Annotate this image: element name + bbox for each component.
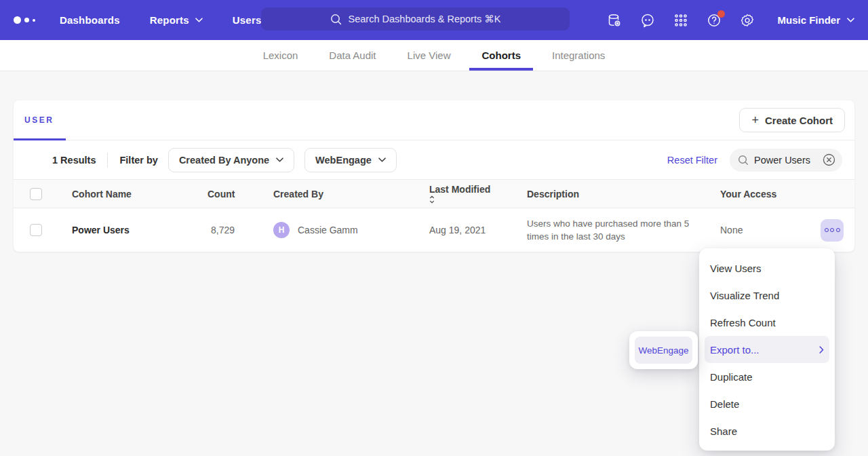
tab-integrations[interactable]: Integrations xyxy=(551,40,606,71)
chevron-down-icon xyxy=(276,157,283,162)
cohort-count-cell: 8,729 xyxy=(208,225,235,235)
app-grid-icon[interactable] xyxy=(673,13,688,28)
menu-item-export-to[interactable]: Export to... xyxy=(705,336,829,363)
column-header-your-access[interactable]: Your Access xyxy=(720,189,844,200)
tab-live-view[interactable]: Live View xyxy=(406,40,452,71)
chevron-right-icon xyxy=(819,346,824,354)
top-navbar: Dashboards Reports Users Search Dashboar… xyxy=(0,0,868,40)
global-search-label: Search Dashboards & Reports ⌘K xyxy=(349,14,501,24)
table-header-row: Cohort Name Count Created By Last Modifi… xyxy=(14,180,854,208)
nav-item-reports[interactable]: Reports xyxy=(150,14,203,26)
menu-item-refresh-count[interactable]: Refresh Count xyxy=(699,309,835,336)
tab-label: Lexicon xyxy=(263,50,298,61)
submenu-item-webengage[interactable]: WebEngage xyxy=(635,337,692,364)
row-actions-menu: View Users Visualize Trend Refresh Count… xyxy=(699,248,835,451)
chat-icon[interactable] xyxy=(640,13,655,28)
results-count: 1 Results xyxy=(52,155,96,166)
created-by-filter-value: Created By Anyone xyxy=(179,155,269,166)
nav-item-label: Reports xyxy=(150,14,189,26)
access-cell: None xyxy=(720,219,844,242)
menu-item-delete[interactable]: Delete xyxy=(699,390,835,417)
settings-icon[interactable] xyxy=(740,13,755,28)
tab-cohorts[interactable]: Cohorts xyxy=(480,40,522,71)
tab-label: Cohorts xyxy=(481,50,521,61)
divider xyxy=(107,153,108,168)
menu-item-visualize-trend[interactable]: Visualize Trend xyxy=(699,282,835,309)
sort-icon[interactable] xyxy=(429,195,527,204)
brand-logo-icon[interactable] xyxy=(14,16,35,24)
nav-item-label: Users xyxy=(233,14,262,26)
database-gear-icon[interactable] xyxy=(607,13,622,28)
tab-user-cohorts[interactable]: USER xyxy=(14,100,67,140)
notification-badge xyxy=(717,10,725,18)
settings-subnav: Lexicon Data Audit Live View Cohorts Int… xyxy=(0,40,868,71)
created-by-name: Cassie Gamm xyxy=(298,225,358,235)
tab-lexicon[interactable]: Lexicon xyxy=(262,40,300,71)
description-cell: Users who have purchased more than 5 tim… xyxy=(527,217,720,243)
row-checkbox[interactable] xyxy=(30,224,42,236)
card-header: USER + Create Cohort xyxy=(14,100,854,140)
menu-item-label: Export to... xyxy=(710,344,760,356)
filter-bar: 1 Results Filter by Created By Anyone We… xyxy=(14,140,854,180)
nav-item-dashboards[interactable]: Dashboards xyxy=(60,14,120,26)
create-cohort-label: Create Cohort xyxy=(765,115,833,126)
create-cohort-button[interactable]: + Create Cohort xyxy=(739,108,845,132)
tab-label: Live View xyxy=(408,50,451,61)
menu-item-view-users[interactable]: View Users xyxy=(699,254,835,282)
menu-item-duplicate[interactable]: Duplicate xyxy=(699,363,835,390)
tab-label: Data Audit xyxy=(329,50,376,61)
nav-item-label: Dashboards xyxy=(60,14,120,26)
table-row[interactable]: Power Users 8,729 H Cassie Gamm Aug 19, … xyxy=(14,208,854,252)
column-header-created-by[interactable]: Created By xyxy=(273,189,429,200)
search-icon xyxy=(330,14,342,25)
nav-item-users[interactable]: Users xyxy=(233,14,262,26)
clear-search-icon[interactable] xyxy=(823,153,835,166)
created-by-cell: H Cassie Gamm xyxy=(273,222,429,238)
tab-label: Integrations xyxy=(552,50,605,61)
help-icon[interactable] xyxy=(707,13,722,28)
row-more-actions-button[interactable] xyxy=(821,219,844,242)
cohorts-card: USER + Create Cohort 1 Results Filter by… xyxy=(14,100,854,252)
access-value: None xyxy=(720,225,743,235)
integration-filter-dropdown[interactable]: WebEngage xyxy=(304,148,397,172)
global-search-button[interactable]: Search Dashboards & Reports ⌘K xyxy=(261,7,570,31)
column-header-description[interactable]: Description xyxy=(527,189,720,200)
avatar: H xyxy=(273,222,290,238)
select-all-checkbox[interactable] xyxy=(30,188,42,200)
chevron-down-icon xyxy=(847,18,854,22)
filter-by-label: Filter by xyxy=(119,155,157,166)
export-submenu: WebEngage xyxy=(629,331,698,369)
plus-icon: + xyxy=(751,114,759,126)
project-switcher[interactable]: Music Finder xyxy=(777,14,854,26)
column-header-cohort-name[interactable]: Cohort Name xyxy=(72,189,208,200)
last-modified-cell: Aug 19, 2021 xyxy=(429,225,527,235)
reset-filter-link[interactable]: Reset Filter xyxy=(667,155,717,166)
project-name: Music Finder xyxy=(777,14,840,26)
chevron-down-icon xyxy=(378,157,386,162)
cohort-search-input[interactable] xyxy=(754,155,816,166)
column-header-count[interactable]: Count xyxy=(208,189,235,200)
cohort-name-cell[interactable]: Power Users xyxy=(72,225,208,235)
tab-data-audit[interactable]: Data Audit xyxy=(328,40,377,71)
cohort-search-box xyxy=(730,149,842,172)
chevron-down-icon xyxy=(195,18,203,22)
created-by-filter-dropdown[interactable]: Created By Anyone xyxy=(168,148,294,172)
menu-item-share[interactable]: Share xyxy=(699,417,835,444)
search-icon xyxy=(738,155,749,166)
column-header-last-modified[interactable]: Last Modified xyxy=(429,184,527,204)
integration-filter-value: WebEngage xyxy=(315,155,372,166)
